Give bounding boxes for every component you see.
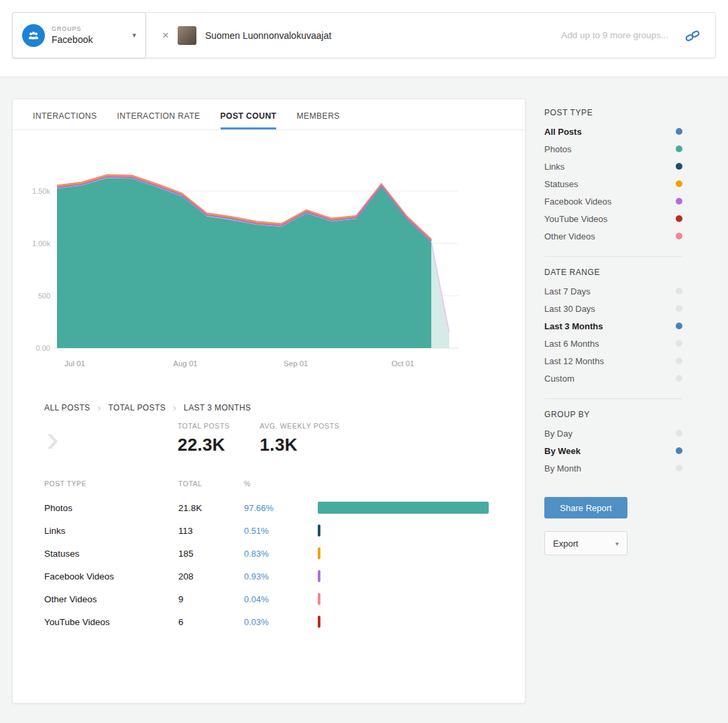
sidebar-item-label: Other Videos (544, 231, 595, 241)
row-post-type: Photos (44, 503, 178, 513)
row-percent[interactable]: 97.66% (244, 503, 318, 513)
sidebar-item-last-7-days[interactable]: Last 7 Days (544, 282, 682, 300)
table-row-youtube-videos: YouTube Videos60.03% (44, 610, 493, 633)
sidebar-item-by-week[interactable]: By Week (544, 442, 682, 459)
selection-dot (676, 163, 682, 170)
sidebar-item-photos[interactable]: Photos (544, 140, 682, 158)
network-labels: GROUPS Facebook (52, 25, 93, 45)
row-bar-cell (318, 616, 493, 628)
breadcrumb-separator-icon: › (173, 402, 176, 412)
remove-group-button[interactable]: × (162, 30, 169, 41)
sidebar-item-all-posts[interactable]: All Posts (544, 123, 682, 140)
tab-members[interactable]: MEMBERS (296, 99, 339, 129)
svg-text:Oct 01: Oct 01 (391, 359, 414, 368)
svg-text:Sep 01: Sep 01 (284, 359, 308, 368)
share-report-button[interactable]: Share Report (544, 497, 627, 518)
selection-dot (676, 288, 682, 294)
svg-text:Aug 01: Aug 01 (173, 359, 197, 368)
sidebar-item-label: Last 6 Months (544, 339, 599, 349)
row-percent[interactable]: 0.51% (244, 526, 318, 536)
top-bar: GROUPS Facebook ▾ × Suomen Luonnonvaloku… (0, 0, 728, 76)
analytics-card: INTERACTIONSINTERACTION RATEPOST COUNTME… (12, 99, 526, 704)
sidebar-item-label: Last 30 Days (544, 304, 595, 314)
row-percent[interactable]: 0.04% (244, 594, 318, 604)
sidebar-item-links[interactable]: Links (544, 158, 682, 175)
sidebar-item-custom[interactable]: Custom (544, 370, 682, 387)
sidebar-item-last-6-months[interactable]: Last 6 Months (544, 335, 682, 352)
expand-chevron-icon[interactable]: › (46, 424, 65, 454)
row-post-type: Statuses (44, 549, 178, 559)
sidebar-item-other-videos[interactable]: Other Videos (544, 227, 682, 245)
row-post-type: YouTube Videos (44, 617, 178, 627)
sidebar-item-label: Statuses (544, 179, 579, 189)
groups-label: GROUPS (52, 25, 93, 32)
stat-value: 1.3K (260, 435, 340, 455)
link-groups-icon[interactable] (684, 27, 701, 44)
tabs: INTERACTIONSINTERACTION RATEPOST COUNTME… (13, 99, 525, 130)
stat-label: AVG. WEEKLY POSTS (260, 422, 340, 430)
tab-interactions[interactable]: INTERACTIONS (33, 99, 97, 129)
network-name: Facebook (52, 34, 93, 45)
selection-dot (676, 146, 682, 152)
breadcrumb-item-total-posts[interactable]: TOTAL POSTS (109, 403, 166, 412)
post-count-area-chart[interactable]: 0.005001.00k1.50kJul 01Aug 01Sep 01Oct 0… (25, 172, 467, 373)
sidebar-item-last-12-months[interactable]: Last 12 Months (544, 352, 682, 370)
chevron-down-icon: ▾ (615, 540, 619, 547)
sidebar-item-by-month[interactable]: By Month (544, 459, 682, 477)
tab-interaction-rate[interactable]: INTERACTION RATE (117, 99, 200, 129)
group-avatar (178, 26, 196, 45)
svg-text:Jul 01: Jul 01 (64, 359, 85, 368)
selection-dot (676, 215, 682, 222)
table-row-facebook-videos: Facebook Videos2080.93% (44, 565, 493, 588)
row-total: 208 (178, 571, 244, 581)
sidebar-divider (544, 398, 682, 399)
sidebar: POST TYPEAll PostsPhotosLinksStatusesFac… (544, 99, 682, 555)
sidebar-item-statuses[interactable]: Statuses (544, 175, 682, 192)
sidebar-item-by-day[interactable]: By Day (544, 425, 682, 442)
table-row-statuses: Statuses1850.83% (44, 542, 493, 565)
svg-text:500: 500 (38, 292, 50, 300)
selection-dot (676, 305, 682, 312)
network-selector[interactable]: GROUPS Facebook ▾ (12, 12, 146, 58)
sidebar-item-label: Photos (544, 144, 571, 154)
group-name: Suomen Luonnonvalokuvaajat (205, 30, 331, 41)
facebook-groups-icon (22, 24, 45, 47)
row-bar-fill (318, 502, 489, 514)
page-body: INTERACTIONSINTERACTION RATEPOST COUNTME… (0, 76, 728, 722)
groups-bar: GROUPS Facebook ▾ × Suomen Luonnonvaloku… (12, 12, 716, 58)
breadcrumb: ALL POSTS›TOTAL POSTS›LAST 3 MONTHS (44, 402, 525, 412)
row-percent[interactable]: 0.93% (244, 571, 318, 581)
row-bar-fill (318, 570, 320, 582)
tab-post-count[interactable]: POST COUNT (221, 99, 277, 129)
selection-dot (676, 447, 682, 454)
sidebar-item-label: All Posts (544, 127, 582, 137)
breadcrumb-separator-icon: › (98, 402, 101, 412)
selected-group-chip: × Suomen Luonnonvalokuvaajat (146, 13, 331, 58)
chevron-down-icon: ▾ (132, 31, 136, 40)
col-percent: % (244, 480, 318, 488)
row-bar-fill (318, 616, 320, 628)
svg-text:1.00k: 1.00k (32, 239, 50, 247)
selection-dot (676, 198, 682, 205)
row-percent[interactable]: 0.83% (244, 549, 318, 559)
add-groups-placeholder[interactable]: Add up to 9 more groups... (561, 30, 668, 40)
breadcrumb-item-last-3-months[interactable]: LAST 3 MONTHS (184, 403, 251, 412)
sidebar-item-last-3-months[interactable]: Last 3 Months (544, 317, 682, 335)
selection-dot (676, 233, 682, 239)
sidebar-item-youtube-videos[interactable]: YouTube Videos (544, 210, 682, 227)
sidebar-item-label: By Month (544, 463, 581, 474)
row-post-type: Links (44, 526, 178, 536)
row-bar-cell (318, 570, 493, 582)
sidebar-item-label: Last 12 Months (544, 356, 604, 366)
sidebar-item-last-30-days[interactable]: Last 30 Days (544, 300, 682, 317)
row-percent[interactable]: 0.03% (244, 617, 318, 627)
selection-dot (676, 430, 682, 437)
breadcrumb-item-all-posts[interactable]: ALL POSTS (44, 403, 90, 412)
sidebar-item-facebook-videos[interactable]: Facebook Videos (544, 192, 682, 210)
row-total: 9 (178, 594, 244, 604)
export-dropdown[interactable]: Export ▾ (544, 531, 627, 555)
row-total: 6 (178, 617, 244, 627)
sidebar-item-label: Last 7 Days (544, 286, 591, 296)
row-bar-cell (318, 502, 493, 514)
sidebar-item-label: Last 3 Months (544, 321, 603, 331)
